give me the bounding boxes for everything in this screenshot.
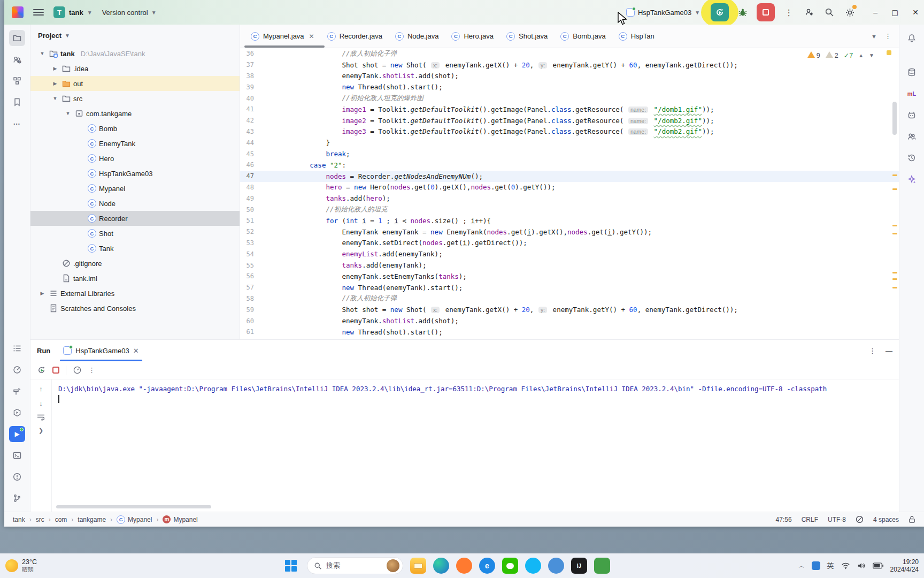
file-encoding[interactable]: UTF-8	[828, 516, 846, 523]
window-maximize-button[interactable]: ▢	[891, 8, 898, 17]
search-everywhere-button[interactable]	[823, 6, 836, 19]
tool-notifications[interactable]	[904, 30, 920, 46]
console-h-scrollbar[interactable]	[56, 505, 211, 508]
tree-item-Tank[interactable]: CTank	[30, 241, 240, 256]
code-line-44[interactable]: 44 }	[240, 137, 899, 148]
code-line-47[interactable]: 47 nodes = Recorder.getNodesAndEnemyNUm(…	[240, 171, 899, 182]
tool-project-folder-tool[interactable]	[9, 30, 25, 46]
code-line-37[interactable]: 37 Shot shot = new Shot( x: enemyTank.ge…	[240, 59, 899, 71]
code-line-51[interactable]: 51 for (int i = 1 ; i < nodes.size() ; i…	[240, 215, 899, 226]
main-menu-button[interactable]	[33, 9, 44, 16]
code-line-48[interactable]: 48 hero = new Hero(nodes.get(0).getX(),n…	[240, 182, 899, 193]
weather-widget[interactable]: 23°C 晴朗	[5, 558, 112, 573]
tool-ai-sparkle[interactable]	[904, 171, 920, 187]
soft-wrap-icon[interactable]	[37, 414, 45, 421]
code-line-59[interactable]: 59 Shot shot = new Shot( x: enemyTank.ge…	[240, 304, 899, 315]
tool-problems[interactable]	[9, 469, 25, 485]
tree-item-Scratches-and-Consoles[interactable]: Scratches and Consoles	[30, 301, 240, 316]
tray-app-icon[interactable]	[812, 561, 820, 570]
battery-icon[interactable]	[873, 562, 883, 569]
tab-scrollbar[interactable]	[244, 45, 325, 48]
tool-build[interactable]	[9, 383, 25, 399]
tool-users-help[interactable]: ?	[9, 51, 25, 67]
code-editor[interactable]: 9 2 ✓7 ▲ ▼ 36 //敌人初始化子弹37 Shot shot = ne…	[240, 48, 899, 339]
code-line-54[interactable]: 54 enemyList.add(enemyTank);	[240, 248, 899, 260]
breadcrumb-tank[interactable]: tank	[13, 516, 25, 523]
stop-button[interactable]	[757, 3, 775, 21]
tray-chevron-up-icon[interactable]: ︿	[799, 562, 805, 570]
code-line-62[interactable]: 62 //初始化敌人坦克的爆炸图	[240, 338, 899, 339]
console-kebab-icon[interactable]: ⋮	[88, 366, 95, 374]
code-line-56[interactable]: 56 enemyTank.setEnemyTanks(tanks);	[240, 271, 899, 282]
code-line-58[interactable]: 58 //敌人初始化子弹	[240, 293, 899, 305]
tree-item-Bomb[interactable]: CBomb	[30, 121, 240, 136]
close-icon[interactable]: ✕	[133, 347, 139, 355]
tree-twistie-icon[interactable]: ▼	[64, 111, 72, 116]
tool-version-control[interactable]	[9, 490, 25, 506]
code-line-53[interactable]: 53 enemyTank.setDirect(nodes.get(i).getD…	[240, 238, 899, 249]
tool-run[interactable]: ▶	[9, 426, 25, 442]
tree-twistie-icon[interactable]: ▶	[38, 291, 47, 296]
code-line-40[interactable]: 40 //初始化敌人坦克的爆炸图	[240, 93, 899, 104]
inspections-widget[interactable]: 9 2 ✓7 ▲ ▼	[807, 51, 874, 59]
tree-item-EnemyTank[interactable]: CEnemyTank	[30, 136, 240, 151]
taskbar-app-app-orange[interactable]	[456, 558, 472, 574]
taskbar-app-app-green[interactable]	[594, 558, 610, 574]
code-line-60[interactable]: 60 enemyTank.shotList.add(shot);	[240, 315, 899, 326]
tool-todo-list[interactable]	[9, 340, 25, 356]
indent-setting[interactable]: 4 spaces	[873, 516, 899, 523]
taskbar-app-file-explorer[interactable]	[410, 558, 426, 574]
run-tab[interactable]: HspTankGame03 ✕	[60, 340, 142, 361]
expand-icon[interactable]: ❯	[38, 427, 43, 434]
code-with-me-button[interactable]	[803, 6, 815, 19]
code-line-50[interactable]: 50 //初始化敌人的坦克	[240, 204, 899, 215]
tree-item--gitignore[interactable]: .gitignore	[30, 256, 240, 271]
editor-tab-Recorder-java[interactable]: CRecorder.java	[321, 25, 389, 48]
next-problem-icon[interactable]: ▼	[869, 52, 874, 58]
breadcrumb-src[interactable]: src	[36, 516, 44, 523]
run-configuration-selector[interactable]: HspTankGame03 ▼	[626, 8, 700, 17]
tool-robot[interactable]	[904, 107, 920, 123]
taskbar-app-app-blue-e[interactable]: e	[479, 558, 495, 574]
code-line-46[interactable]: 46 case "2":	[240, 159, 899, 171]
taskbar-app-app-blue[interactable]	[548, 558, 564, 574]
taskbar-app-edge[interactable]	[433, 558, 449, 574]
taskbar-search[interactable]: 搜索	[307, 557, 403, 574]
start-button[interactable]	[282, 557, 300, 575]
wifi-icon[interactable]	[841, 562, 850, 569]
tool-services[interactable]	[9, 405, 25, 421]
lock-icon[interactable]	[908, 515, 915, 523]
code-line-42[interactable]: 42 image2 = Toolkit.getDefaultToolkit().…	[240, 115, 899, 126]
window-minimize-button[interactable]: –	[873, 8, 877, 17]
volume-icon[interactable]	[857, 562, 866, 569]
editor-tab-Mypanel-java[interactable]: CMypanel.java✕	[244, 25, 321, 48]
tree-item-Recorder[interactable]: CRecorder	[30, 211, 240, 226]
chevron-down-icon[interactable]: ▼	[65, 33, 70, 39]
scroll-down-icon[interactable]: ↓	[39, 399, 43, 407]
tree-item-Hero[interactable]: CHero	[30, 151, 240, 166]
tool-more[interactable]: ⋯	[9, 116, 25, 132]
tree-twistie-icon[interactable]: ▶	[51, 81, 59, 86]
taskbar-clock[interactable]: 19:20 2024/4/24	[890, 558, 919, 574]
tree-twistie-icon[interactable]: ▶	[51, 66, 59, 71]
tree-twistie-icon[interactable]: ▼	[51, 96, 59, 101]
tool-history[interactable]	[904, 150, 920, 166]
tree-item-Mypanel[interactable]: CMypanel	[30, 181, 240, 196]
editor-tab-Shot-java[interactable]: CShot.java	[500, 25, 554, 48]
scroll-up-icon[interactable]: ↑	[39, 385, 43, 393]
editor-tab-Bomb-java[interactable]: CBomb.java	[554, 25, 612, 48]
tool-terminal[interactable]	[9, 447, 25, 463]
tree-item-HspTankGame03[interactable]: CHspTankGame03	[30, 166, 240, 181]
stop-process-icon[interactable]	[52, 367, 59, 374]
tool-maven[interactable]: mL	[904, 86, 920, 102]
breadcrumb-com[interactable]: com	[55, 516, 67, 523]
code-line-36[interactable]: 36 //敌人初始化子弹	[240, 48, 899, 59]
editor-tab-Hero-java[interactable]: CHero.java	[445, 25, 500, 48]
tool-database[interactable]	[904, 64, 920, 80]
close-icon[interactable]: ✕	[309, 33, 314, 40]
taskbar-app-intellij[interactable]: IJ	[571, 558, 587, 574]
tool-bookmarks[interactable]	[9, 94, 25, 110]
code-line-52[interactable]: 52 EnemyTank enemyTank = new EnemyTank(n…	[240, 226, 899, 238]
profiler-gauge-icon[interactable]	[73, 366, 82, 375]
settings-button[interactable]	[843, 6, 856, 19]
